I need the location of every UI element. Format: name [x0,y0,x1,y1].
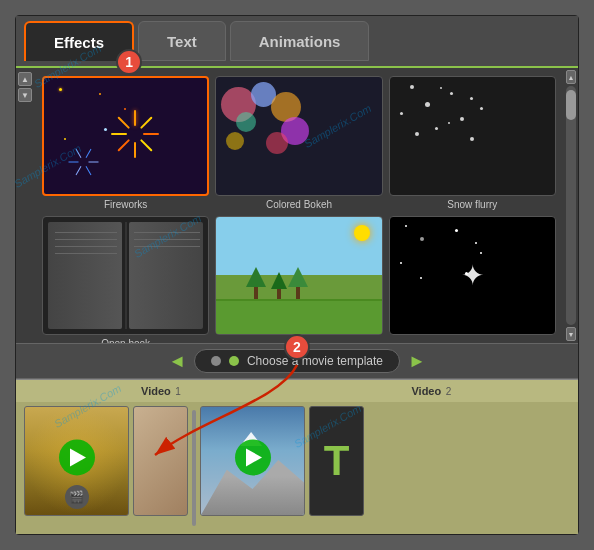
template-bar: 2 ◄ Choose a movie template ► [16,343,578,379]
template-right-arrow: ► [408,351,426,372]
scroll-up-arrow[interactable]: ▲ [18,72,32,86]
scrollbar-track[interactable] [566,86,576,325]
tab-text-label: Text [167,33,197,50]
text-thumb[interactable]: T [309,406,364,516]
fireworks-label: Fireworks [104,199,147,210]
effects-grid: Fireworks Colored Bokeh [34,68,564,343]
tab-effects[interactable]: Effects 1 [24,21,134,61]
tab-animations-label: Animations [259,33,341,50]
timeline-section: Video 1 Video 2 🎬 [16,379,578,534]
timeline-content: 🎬 T [16,402,578,534]
scroll-right-down[interactable]: ▼ [566,327,576,341]
tabs-bar: Effects 1 Text Animations [16,16,578,68]
scroll-right-up[interactable]: ▲ [566,70,576,84]
nature-thumb [215,216,382,336]
sun-decoration [354,225,370,241]
snow-thumb [389,76,556,196]
tree-1 [246,267,266,299]
badge-2: 2 [284,334,310,360]
effects-panel: ▲ ▼ [16,68,578,343]
stars-thumb: ✦ [389,216,556,336]
scroll-right: ▲ ▼ [564,68,578,343]
effect-fireworks[interactable]: Fireworks [42,76,209,210]
bokeh-label: Colored Bokeh [266,199,332,210]
template-dot-green [229,356,239,366]
tab-effects-label: Effects [54,34,104,51]
video1-number: 1 [175,386,181,397]
video1-header: Video 1 [26,380,298,402]
effect-nature[interactable] [215,216,382,343]
openbook-thumb [42,216,209,336]
main-container: Effects 1 Text Animations ▲ ▼ [15,15,579,535]
video1-label: Video [141,385,171,397]
scroll-down-arrow[interactable]: ▼ [18,88,32,102]
tab-animations[interactable]: Animations [230,21,370,61]
scroll-left: ▲ ▼ [16,68,34,343]
play-triangle-2 [246,448,262,466]
clip-icon[interactable]: 🎬 [65,485,89,509]
timeline-divider [192,410,196,526]
timeline-header: Video 1 Video 2 [16,380,578,402]
scrollbar-thumb[interactable] [566,90,576,120]
badge-1: 1 [116,49,142,75]
effect-colored-bokeh[interactable]: Colored Bokeh [215,76,382,210]
video2-main-thumb [200,406,305,516]
video2-number: 2 [446,386,452,397]
video2-label: Video [411,385,441,397]
bokeh-thumb [215,76,382,196]
template-left-arrow: ◄ [168,351,186,372]
play-triangle-1 [70,448,86,466]
video1-main-thumb: 🎬 [24,406,129,516]
video1-small-thumb [133,406,188,516]
template-text: Choose a movie template [247,354,383,368]
effect-open-book[interactable]: Open book [42,216,209,343]
clip-symbol: 🎬 [69,490,84,504]
effect-stars[interactable]: ✦ [389,216,556,343]
video2-play-button[interactable] [235,439,271,475]
tab-text[interactable]: Text [138,21,226,61]
tree-2 [271,272,287,299]
fireworks-thumb [42,76,209,196]
template-dot-gray [211,356,221,366]
video1-play-button[interactable] [59,439,95,475]
effect-snow-flurry[interactable]: Snow flurry [389,76,556,210]
tree-3 [288,267,308,299]
video2-header: Video 2 [391,380,568,402]
snow-label: Snow flurry [447,199,497,210]
